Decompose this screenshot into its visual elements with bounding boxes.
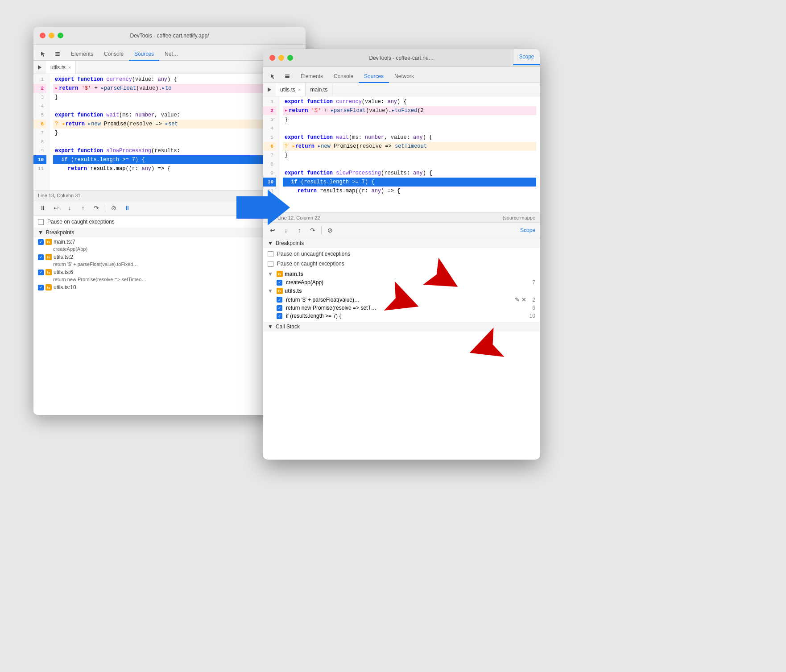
- bp-line-num-10: 10: [530, 313, 535, 319]
- line-numbers-1: 1 2 3 4 5 6 7 8 9 10 11: [33, 74, 50, 190]
- editor-tabs-2: utils.ts × main.ts: [263, 83, 540, 96]
- scope-panel[interactable]: Scope: [513, 49, 540, 65]
- step-back-button-1[interactable]: ↩: [51, 203, 61, 213]
- bp-check-utils-if[interactable]: ✓: [277, 313, 282, 319]
- bp-item-utils-promise-text: return new Promise(resolve => setT…: [286, 305, 376, 311]
- bp-filename-main-1: main.ts:7: [54, 239, 75, 245]
- code-content-2: export function currency(value: any) { ▸…: [279, 96, 540, 212]
- bp-line-num-6: 6: [532, 305, 535, 311]
- file-tab-name-utils-2: utils.ts: [280, 87, 295, 93]
- window-title-1: DevTools - coffee-cart.netlify.app/: [130, 33, 209, 39]
- pause-caught-checkbox-2[interactable]: [268, 261, 273, 267]
- bp-file-icon-main-1: ts: [46, 239, 52, 245]
- svg-rect-2: [55, 55, 60, 56]
- w2-code-line-2: ▸return '$' + ▸parseFloat(value).▸toFixe…: [283, 106, 536, 115]
- play-icon-1[interactable]: [33, 61, 46, 74]
- bp-filename-utils2-1: utils.ts:2: [54, 254, 73, 260]
- minimize-button[interactable]: [49, 33, 54, 38]
- bp-check-utils6-1[interactable]: ✓: [38, 270, 44, 275]
- bp-check-main-1[interactable]: ✓: [38, 239, 44, 245]
- tab-elements-1[interactable]: Elements: [66, 48, 99, 61]
- code-editor-2: 1 2 3 4 5 6 7 8 9 10 11 export function …: [263, 96, 540, 212]
- breakpoints-header-2: ▼ Breakpoints: [263, 238, 540, 248]
- bp-item-main-create-text: createApp(App): [286, 279, 323, 286]
- w2-code-line-1: export function currency(value: any) {: [283, 97, 536, 106]
- layers-icon[interactable]: [51, 48, 64, 60]
- svg-marker-4: [236, 190, 290, 225]
- triangle-right-utils-2: ▼: [268, 288, 273, 294]
- breakpoints-title-2: Breakpoints: [276, 240, 304, 246]
- bp-check-utils-promise[interactable]: ✓: [277, 305, 282, 311]
- svg-marker-3: [38, 65, 41, 70]
- step-over-button-1[interactable]: ↷: [91, 203, 101, 213]
- pause-uncaught-label-2: Pause on uncaught exceptions: [277, 251, 350, 257]
- bp-check-utils10-1[interactable]: ✓: [38, 285, 44, 290]
- maximize-button-2[interactable]: [287, 55, 293, 61]
- bp-file-icon-utils6-1: ts: [46, 269, 52, 275]
- step-into-button-1[interactable]: ↓: [65, 203, 74, 213]
- pause-button-1[interactable]: ⏸: [38, 203, 48, 213]
- w2-code-line-3: }: [283, 115, 536, 124]
- bp-file-icon-utils2-1: ts: [46, 254, 52, 260]
- w2-code-line-9: export function slowProcessing(results: …: [283, 169, 536, 178]
- call-stack-title-2: Call Stack: [276, 324, 300, 330]
- step-out-button-1[interactable]: ↑: [78, 203, 88, 213]
- w2-code-line-4: [283, 124, 536, 133]
- pause-uncaught-checkbox-2[interactable]: [268, 251, 273, 257]
- play-icon-2[interactable]: [263, 83, 276, 96]
- maximize-button[interactable]: [58, 33, 63, 38]
- bp-item-main-create-line: 7: [532, 279, 535, 286]
- scope-tab-label[interactable]: Scope: [520, 227, 535, 233]
- bp-item-utils-return-text: return '$' + parseFloat(value)…: [286, 297, 360, 303]
- deactivate-button-2[interactable]: ⊘: [325, 225, 335, 235]
- bp-check-utils-return[interactable]: ✓: [277, 297, 282, 303]
- bp-filename-utils10-1: utils.ts:10: [54, 284, 76, 290]
- breakpoints-title-1: Breakpoints: [46, 229, 74, 236]
- close-tab-icon-utils-2[interactable]: ×: [298, 87, 301, 92]
- bp-file-icon-utils10-1: ts: [46, 284, 52, 290]
- bp-filename-main-2: main.ts: [285, 271, 303, 277]
- svg-rect-6: [285, 76, 290, 77]
- close-tab-icon-1[interactable]: ×: [68, 65, 71, 70]
- deactivate-button-1[interactable]: ⊘: [109, 203, 119, 213]
- tab-elements-2[interactable]: Elements: [295, 71, 328, 83]
- minimize-button-2[interactable]: [278, 55, 284, 61]
- step-over-button-2[interactable]: ↷: [308, 225, 318, 235]
- layers-icon-2[interactable]: [281, 70, 294, 83]
- bp-filename-utils-2: utils.ts: [285, 288, 302, 294]
- file-tab-main-2[interactable]: main.ts: [306, 83, 332, 96]
- triangle-down-icon-2: ▼: [268, 240, 273, 246]
- tab-console-2[interactable]: Console: [328, 71, 359, 83]
- cursor-icon[interactable]: [37, 48, 50, 60]
- toolbar-sep-1: [105, 204, 105, 212]
- triangle-right-main-2: ▼: [268, 271, 273, 277]
- tab-network-1[interactable]: Net…: [159, 48, 184, 61]
- close-button[interactable]: [40, 33, 46, 38]
- triangle-down-call-stack: ▼: [268, 324, 273, 330]
- pause-caught-label-2: Pause on caught exceptions: [277, 261, 344, 267]
- file-tab-utils-1[interactable]: utils.ts ×: [46, 61, 76, 74]
- edit-icon[interactable]: ✎: [515, 296, 520, 303]
- w2-code-line-5: export function wait(ms: number, value: …: [283, 133, 536, 142]
- titlebar-2: DevTools - coffee-cart.ne…: [263, 49, 540, 67]
- svg-marker-8: [268, 87, 271, 92]
- close-button-2[interactable]: [269, 55, 275, 61]
- file-tab-utils-2[interactable]: utils.ts ×: [276, 83, 306, 96]
- bp-file-main-2: ▼ ts main.ts: [263, 270, 540, 278]
- bp-check-main-create[interactable]: ✓: [277, 280, 282, 286]
- tab-network-2[interactable]: Network: [389, 71, 419, 83]
- cursor-icon-2[interactable]: [267, 70, 279, 83]
- step-out-button-2[interactable]: ↑: [294, 225, 304, 235]
- w2-code-line-8: [283, 160, 536, 169]
- tab-console-1[interactable]: Console: [99, 48, 129, 61]
- bp-line-num-2: 2: [528, 297, 535, 303]
- debugger-toolbar-2: ↩ ↓ ↑ ↷ ⊘ Scope: [263, 222, 540, 238]
- resume-button-1[interactable]: ⏸: [122, 203, 132, 213]
- w2-code-line-6: ? ▸return ▸new Promise(resolve => setTim…: [283, 142, 536, 151]
- svg-rect-0: [55, 52, 60, 53]
- tab-sources-2[interactable]: Sources: [359, 71, 389, 83]
- delete-icon[interactable]: ✕: [521, 296, 526, 303]
- bp-check-utils2-1[interactable]: ✓: [38, 254, 44, 260]
- pause-exceptions-checkbox-1[interactable]: [38, 219, 44, 225]
- tab-sources-1[interactable]: Sources: [129, 48, 159, 61]
